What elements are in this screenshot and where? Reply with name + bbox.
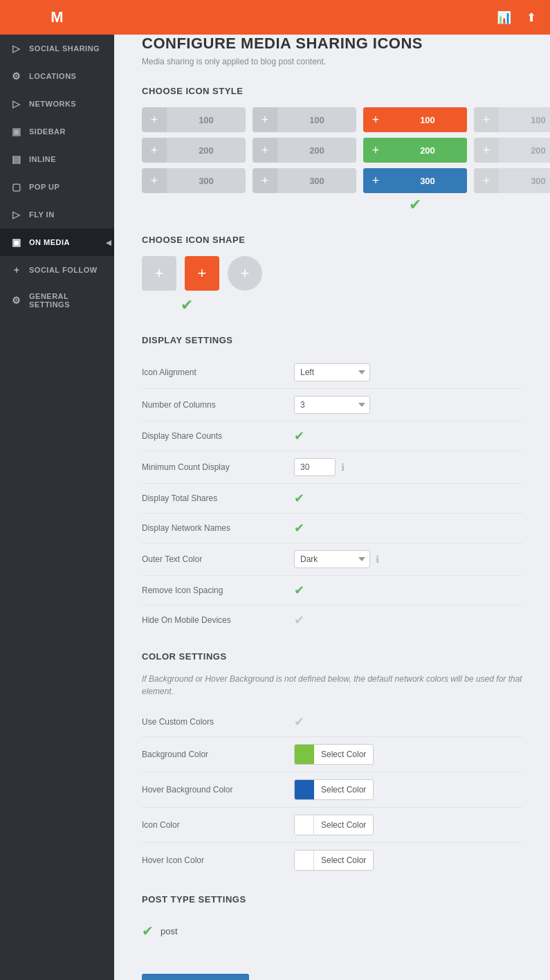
icon-btn-gray-100[interactable]: + 100 (142, 107, 246, 132)
sidebar-item-social-sharing[interactable]: ▷ Social Sharing (0, 35, 114, 62)
hover-icon-color-picker[interactable]: Select Color (294, 850, 374, 871)
icon-btn-green-200[interactable]: + 200 (363, 138, 467, 163)
color-settings-title: Color Settings (142, 651, 522, 662)
page-title: Configure Media Sharing Icons (142, 35, 522, 53)
count-box: 200 (499, 138, 550, 163)
icon-btn-gray2-200[interactable]: + 200 (253, 138, 356, 163)
outer-text-color-control: DarkLight ℹ (294, 550, 379, 568)
post-type-check[interactable]: ✔ (142, 923, 154, 939)
icon-btn-gray2-100[interactable]: + 100 (253, 107, 356, 132)
use-custom-colors-label: Use Custom Colors (142, 717, 294, 727)
color-settings-section: Color Settings If Background or Hover Ba… (142, 651, 522, 878)
hover-background-color-swatch (295, 780, 314, 799)
inline-icon: ▤ (11, 154, 22, 165)
display-network-names-check[interactable]: ✔ (294, 520, 304, 536)
icon-style-section: Choose Icon Style + 100 + 200 + 300 (142, 86, 522, 214)
icon-alignment-control: LeftCenterRight (294, 363, 370, 381)
location-icon: ⚙ (11, 71, 22, 82)
outer-text-color-select[interactable]: DarkLight (294, 550, 370, 568)
plus-box: + (142, 168, 167, 193)
icon-btn-gray-300[interactable]: + 300 (142, 168, 246, 193)
icon-color-swatch (295, 815, 314, 835)
count-box: 100 (499, 107, 550, 132)
min-count-input[interactable] (294, 458, 336, 476)
background-color-swatch (295, 745, 314, 764)
plus-box: + (474, 138, 499, 163)
sidebar-item-locations[interactable]: ⚙ Locations (0, 62, 114, 90)
post-type-title: Post Type Settings (142, 894, 522, 905)
hide-mobile-check[interactable]: ✔ (294, 612, 304, 628)
shape-circle-btn[interactable]: + (228, 256, 262, 291)
num-columns-control: 123456 (294, 396, 370, 414)
user-settings-icon[interactable]: ⬆ (526, 10, 536, 25)
plus-box: + (142, 138, 167, 163)
color-settings-note: If Background or Hover Background is not… (142, 673, 522, 698)
count-box: 300 (499, 168, 550, 193)
icon-style-grid: + 100 + 200 + 300 + 10 (142, 107, 522, 214)
display-total-shares-control: ✔ (294, 491, 304, 506)
hide-mobile-label: Hide On Mobile Devices (142, 615, 294, 625)
count-box: 300 (277, 168, 356, 193)
post-type-row: ✔ post (142, 916, 522, 946)
icon-btn-light-300[interactable]: + 300 (474, 168, 550, 193)
icon-alignment-row: Icon Alignment LeftCenterRight (142, 356, 522, 389)
icon-btn-light-200[interactable]: + 200 (474, 138, 550, 163)
sidebar-item-sidebar[interactable]: ▣ Sidebar (0, 118, 114, 145)
settings-icon: ⚙ (11, 295, 22, 306)
sidebar-item-social-follow[interactable]: + Social Follow (0, 256, 114, 284)
sidebar-item-general-settings[interactable]: ⚙ General Settings (0, 284, 114, 317)
display-network-names-control: ✔ (294, 520, 304, 536)
plus-box: + (474, 107, 499, 132)
count-box: 200 (167, 138, 246, 163)
icon-btn-gray-200[interactable]: + 200 (142, 138, 246, 163)
sidebar-item-popup[interactable]: ▢ Pop Up (0, 173, 114, 201)
hover-background-color-picker[interactable]: Select Color (294, 779, 374, 800)
chart-icon[interactable]: 📊 (497, 10, 511, 25)
icon-style-col-1: + 100 + 200 + 300 (142, 107, 246, 214)
icon-shape-title: Choose Icon Shape (142, 235, 522, 245)
icon-btn-light-100[interactable]: + 100 (474, 107, 550, 132)
count-box: 100 (388, 107, 467, 132)
icon-color-label: Icon Color (142, 820, 294, 830)
outer-text-color-row: Outer Text Color DarkLight ℹ (142, 543, 522, 576)
display-settings-section: Display Settings Icon Alignment LeftCent… (142, 335, 522, 635)
display-network-names-row: Display Network Names ✔ (142, 514, 522, 543)
hover-background-color-label: Hover Background Color (142, 785, 294, 795)
shape-square-btn[interactable]: + (142, 256, 176, 291)
follow-icon: + (11, 264, 22, 275)
background-color-label: Background Color (142, 750, 294, 759)
save-changes-button[interactable]: Save Changes (142, 974, 249, 980)
remove-icon-spacing-check[interactable]: ✔ (294, 583, 304, 598)
num-columns-select[interactable]: 123456 (294, 396, 370, 414)
background-color-picker[interactable]: Select Color (294, 744, 374, 765)
icon-color-row: Icon Color Select Color (142, 808, 522, 843)
plus-box: + (474, 168, 499, 193)
hover-background-color-row: Hover Background Color Select Color (142, 772, 522, 808)
display-total-shares-check[interactable]: ✔ (294, 491, 304, 506)
sidebar-item-on-media[interactable]: ▣ On Media ◀ (0, 228, 114, 256)
collapse-arrow: ◀ (103, 232, 114, 253)
sidebar-item-networks[interactable]: ▷ Networks (0, 90, 114, 118)
icon-btn-blue-300[interactable]: + 300 (363, 168, 467, 193)
page-subtitle: Media sharing is only applied to blog po… (142, 57, 522, 66)
icon-color-btn-label: Select Color (314, 820, 373, 830)
shape-orange-btn[interactable]: + (185, 256, 219, 291)
icon-btn-gray2-300[interactable]: + 300 (253, 168, 356, 193)
hover-background-color-btn-label: Select Color (314, 785, 373, 795)
display-share-counts-check[interactable]: ✔ (294, 428, 304, 444)
count-box: 300 (167, 168, 246, 193)
use-custom-colors-check[interactable]: ✔ (294, 714, 304, 729)
plus-box: + (142, 107, 167, 132)
network-icon: ▷ (11, 98, 22, 109)
sidebar-item-fly-in[interactable]: ▷ Fly In (0, 201, 114, 228)
min-count-row: Minimum Count Display ℹ (142, 451, 522, 484)
icon-color-picker[interactable]: Select Color (294, 815, 374, 835)
display-share-counts-row: Display Share Counts ✔ (142, 421, 522, 451)
display-total-shares-label: Display Total Shares (142, 493, 294, 503)
remove-icon-spacing-control: ✔ (294, 583, 304, 598)
icon-alignment-select[interactable]: LeftCenterRight (294, 363, 370, 381)
icon-btn-orange-100[interactable]: + 100 (363, 107, 467, 132)
icon-shape-section: Choose Icon Shape + + + ✔ (142, 235, 522, 314)
sidebar-item-inline[interactable]: ▤ Inline (0, 145, 114, 173)
selected-check: ✔ (363, 196, 467, 214)
